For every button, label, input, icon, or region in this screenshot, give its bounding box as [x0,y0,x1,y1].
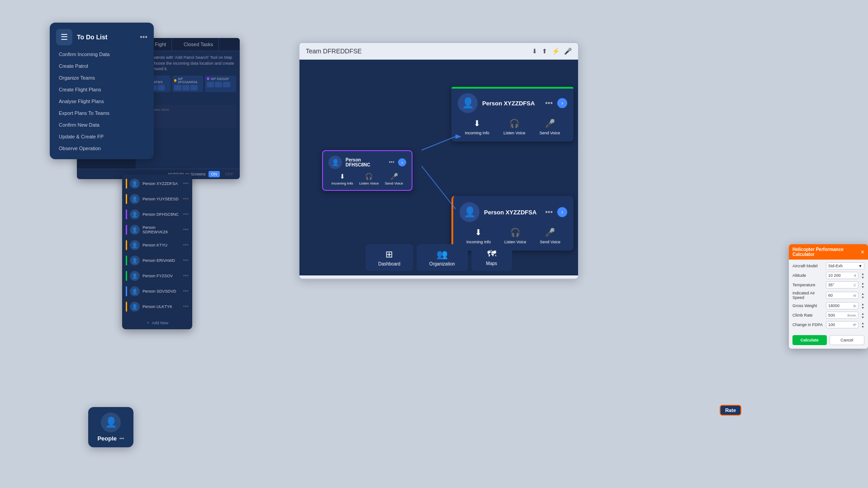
todo-item-create-flight[interactable]: Create Flight Plans [56,85,147,94]
nav-organization[interactable]: 👥 Organization [417,244,468,271]
card-action-listen-voice-3[interactable]: 🎧 Listen Voice [504,227,526,244]
temperature-row: Temperature 35° C ▲ ▼ [792,281,864,289]
card-action-incoming-info-1[interactable]: ⬇ Incoming Info [465,118,489,135]
more-icon[interactable]: ••• [183,288,189,294]
toggle-on-btn[interactable]: ON [209,171,220,177]
dropdown-arrow-icon: ▼ [859,264,862,268]
card-action-send-voice-2[interactable]: 🎤 Send Voice [385,173,403,185]
listen-voice-label-2: Listen Voice [359,181,379,185]
heli-title: Helicopter Performance Calculator [792,247,861,257]
maps-icon: 🗺 [487,249,496,259]
spinner-down[interactable]: ▼ [861,306,864,309]
card-2-more[interactable]: ••• [389,159,394,166]
lightning-icon[interactable]: ⚡ [552,47,560,55]
list-item[interactable]: 👤 Person XYZZDFSA ••• [122,176,192,191]
card-2-chevron[interactable]: › [398,158,406,166]
todo-item-observe[interactable]: Observe Operation [56,144,147,153]
todo-item-confirm-data2[interactable]: Confirm New Data [56,120,147,129]
list-item[interactable]: 👤 Person SDREWVKZK ••• [122,222,192,237]
list-item[interactable]: 👤 Person SDVSDVD ••• [122,284,192,299]
card-3-more[interactable]: ••• [545,208,553,216]
card-1-more[interactable]: ••• [545,99,553,107]
nav-dashboard[interactable]: ⊞ Dashboard [365,244,413,271]
nav-maps[interactable]: 🗺 Maps [471,244,512,271]
air-speed-input[interactable]: 60 kt [826,292,859,299]
todo-item-analyse-flight[interactable]: Analyse Flight Plans [56,97,147,106]
heli-close-button[interactable]: × [861,248,864,256]
spinner-up[interactable]: ▲ [861,322,864,325]
more-icon[interactable]: ••• [183,242,189,248]
more-icon[interactable]: ••• [183,227,189,233]
card-action-send-voice-1[interactable]: 🎤 Send Voice [540,118,560,135]
card-3-chevron[interactable]: › [557,207,567,217]
todo-item-update-fp[interactable]: Update & Create FP [56,132,147,141]
gross-weight-input[interactable]: 18000 lb [826,302,859,309]
climb-rate-input[interactable]: 500 ft/min [826,312,859,319]
card-top-border-green [451,87,574,89]
todo-item-organize-teams[interactable]: Organize Teams [56,73,147,82]
list-item[interactable]: 👤 Person YUYSEESD ••• [122,191,192,207]
download-icon[interactable]: ⬇ [532,47,537,55]
hamburger-button[interactable]: ☰ [56,29,72,45]
spinner-up[interactable]: ▲ [861,272,864,275]
list-item[interactable]: 👤 Person ERIVAWD ••• [122,253,192,268]
altitude-input[interactable]: 10 200 ft [826,272,859,279]
more-icon[interactable]: ••• [183,257,189,264]
calculate-button[interactable]: Calculate [792,335,827,345]
card-action-send-voice-3[interactable]: 🎤 Send Voice [540,227,560,244]
card-1-avatar: 👤 [458,93,478,113]
tab-closed-tasks[interactable]: Closed Tasks [172,38,219,51]
more-icon[interactable]: ••• [183,196,189,202]
card-action-listen-voice-2[interactable]: 🎧 Listen Voice [359,173,379,185]
person-name: Person ERIVAWD [142,258,180,263]
people-more-icon[interactable]: ••• [119,436,124,441]
list-item[interactable]: 👤 Person FYZSOV ••• [122,268,192,284]
send-voice-label-2: Send Voice [385,181,403,185]
gross-weight-label: Gross Weight [792,303,824,308]
tab-dot-closed [177,43,181,46]
add-new-button[interactable]: ＋ Add New [122,316,192,329]
aircraft-model-input[interactable]: Std-Exh ▼ [826,262,864,270]
mic-icon[interactable]: 🎤 [564,47,572,55]
fdpa-input[interactable]: 100 ft² [826,321,859,328]
cancel-button[interactable]: Cancel [830,335,865,345]
card-action-incoming-info-2[interactable]: ⬇ Incoming Info [332,173,353,185]
team-panel: Team DFREDDFSE ⬇ ⬆ ⚡ 🎤 👤 Person XYZZDFSA… [299,42,579,280]
card-action-listen-voice-1[interactable]: 🎧 Listen Voice [503,118,526,135]
spinner-up[interactable]: ▲ [861,303,864,306]
todo-more-button[interactable]: ••• [140,33,147,41]
spinner-down[interactable]: ▼ [861,276,864,279]
gross-weight-row: Gross Weight 18000 lb ▲ ▼ [792,302,864,309]
todo-item-export-plans[interactable]: Export Plans To Teams [56,109,147,118]
spinner-up[interactable]: ▲ [861,292,864,295]
climb-rate-label: Climb Rate [792,313,824,317]
card-1-chevron[interactable]: › [557,98,567,108]
more-icon[interactable]: ••• [183,273,189,279]
patrol-name-2: WP DFGSAARSA [178,77,201,84]
patrol-cards: WP DVGTATWS WP DFGSAARSA [139,76,236,92]
upload-icon[interactable]: ⬆ [542,47,547,55]
toggle-off-btn[interactable]: OFF [223,171,236,177]
more-icon[interactable]: ••• [183,303,189,310]
spinner-up[interactable]: ▲ [861,312,864,315]
temperature-input[interactable]: 35° C [826,281,859,289]
spinner-down[interactable]: ▼ [861,316,864,319]
spinner-down[interactable]: ▼ [861,325,864,328]
more-icon[interactable]: ••• [183,211,189,218]
spinner-up[interactable]: ▲ [861,282,864,285]
spinner-down[interactable]: ▼ [861,296,864,299]
person-name: Person XYZZDFSA [142,181,180,186]
list-item[interactable]: 👤 Person KTYU ••• [122,237,192,253]
altitude-label: Altitude [792,273,824,278]
todo-item-create-patrol[interactable]: Create Patrol [56,62,147,71]
fdpa-spinner: ▲ ▼ [861,322,864,328]
avatar: 👤 [130,194,140,204]
todo-item-confirm-data[interactable]: Confirm Incoming Data [56,50,147,59]
list-item[interactable]: 👤 Person ULKTYK ••• [122,299,192,314]
notes-area[interactable]: Take Notes Here [139,105,236,128]
spinner-down[interactable]: ▼ [861,285,864,289]
card-action-incoming-info-3[interactable]: ⬇ Incoming Info [466,227,491,244]
list-item[interactable]: 👤 Person DFHSC8NC ••• [122,207,192,222]
more-icon[interactable]: ••• [183,180,189,187]
altitude-row: Altitude 10 200 ft ▲ ▼ [792,272,864,279]
